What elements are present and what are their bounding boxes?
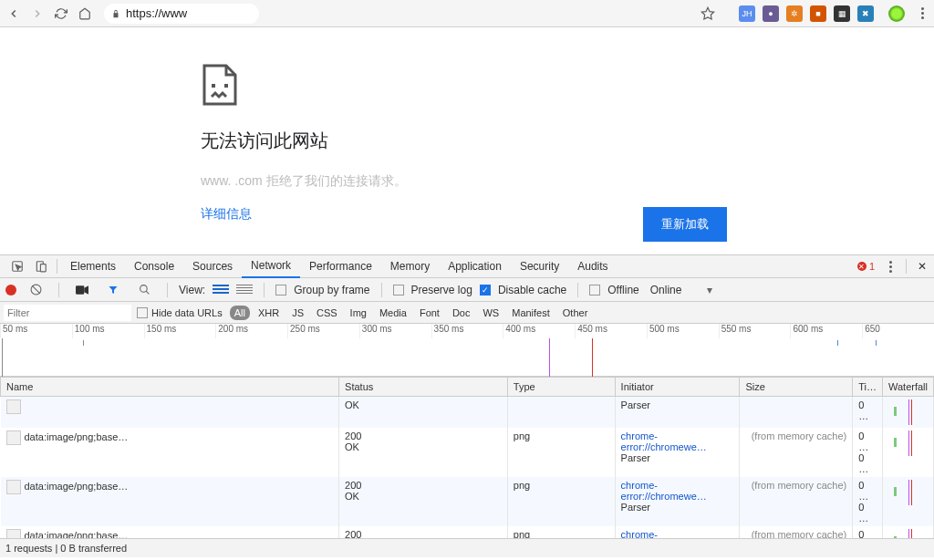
request-type: png	[507, 526, 615, 538]
filter-font[interactable]: Font	[415, 306, 444, 320]
tab-console[interactable]: Console	[125, 254, 183, 278]
profile-avatar[interactable]	[888, 5, 905, 22]
initiator-link[interactable]: chrome-error://chromewe…	[621, 480, 734, 502]
reload-page-button[interactable]: 重新加载	[643, 207, 727, 242]
filter-icon[interactable]	[106, 283, 120, 297]
request-type	[507, 397, 615, 429]
column-header[interactable]: Ti…	[853, 378, 883, 397]
chevron-down-icon[interactable]: ▾	[707, 284, 712, 296]
timeline-tick: 200 ms	[215, 324, 287, 338]
filter-manifest[interactable]: Manifest	[507, 306, 555, 320]
group-by-frame-label: Group by frame	[294, 284, 369, 296]
file-icon	[6, 529, 21, 538]
small-rows-icon[interactable]	[236, 285, 253, 296]
group-by-frame-checkbox[interactable]	[275, 285, 286, 296]
hide-data-urls-checkbox[interactable]	[137, 307, 148, 318]
tab-performance[interactable]: Performance	[300, 254, 381, 278]
filter-other[interactable]: Other	[558, 306, 593, 320]
status-code: 200	[345, 480, 502, 491]
timeline-mark	[549, 338, 550, 377]
tab-audits[interactable]: Audits	[568, 254, 617, 278]
timeline-overview[interactable]: 50 ms100 ms150 ms200 ms250 ms300 ms350 m…	[0, 324, 934, 377]
time-cell: 0 …0 …	[853, 526, 883, 538]
table-row[interactable]: data:image/png;base… 200OK png chrome-er…	[1, 477, 934, 526]
broken-page-icon	[201, 64, 241, 106]
time-cell: 0 …0 …	[853, 428, 883, 477]
extension-icon[interactable]: ✲	[786, 5, 803, 22]
timeline-tick: 250 ms	[287, 324, 359, 338]
clear-icon[interactable]	[28, 283, 43, 297]
preserve-log-checkbox[interactable]	[393, 285, 404, 296]
filter-doc[interactable]: Doc	[448, 306, 475, 320]
home-button[interactable]	[77, 5, 93, 22]
svg-rect-5	[40, 264, 46, 272]
waterfall-cell	[888, 399, 928, 425]
filter-img[interactable]: Img	[346, 306, 371, 320]
column-header[interactable]: Status	[339, 378, 508, 397]
filter-input[interactable]	[4, 305, 131, 321]
extension-icon[interactable]: JH	[739, 5, 755, 22]
url-text: https://www	[126, 6, 187, 20]
error-indicator[interactable]: ✕1	[857, 261, 875, 272]
column-header[interactable]: Initiator	[615, 378, 740, 397]
record-button[interactable]	[5, 285, 16, 296]
tab-security[interactable]: Security	[511, 254, 568, 278]
hide-data-urls-label: Hide data URLs	[151, 307, 223, 318]
disable-cache-checkbox[interactable]	[480, 285, 491, 296]
column-header[interactable]: Name	[1, 378, 339, 397]
tab-sources[interactable]: Sources	[183, 254, 242, 278]
disable-cache-label: Disable cache	[498, 284, 566, 296]
filter-js[interactable]: JS	[287, 306, 308, 320]
table-row[interactable]: OK Parser 0 …	[1, 397, 934, 429]
devtools-menu[interactable]	[884, 258, 897, 275]
extension-icon[interactable]: ✖	[857, 5, 874, 22]
tab-memory[interactable]: Memory	[381, 254, 439, 278]
camera-icon[interactable]	[75, 283, 89, 297]
initiator-link[interactable]: chrome-error://chromewe…	[621, 430, 734, 452]
extension-icon[interactable]: ▦	[834, 5, 850, 22]
timeline-mark	[83, 340, 84, 346]
inspect-icon[interactable]	[10, 259, 25, 274]
filter-media[interactable]: Media	[375, 306, 411, 320]
svg-rect-7	[76, 285, 84, 294]
initiator-link[interactable]: chrome-error://chromewe…	[621, 529, 734, 538]
tab-network[interactable]: Network	[242, 254, 300, 278]
menu-button[interactable]	[916, 5, 929, 22]
size-cell	[740, 397, 853, 429]
details-link[interactable]: 详细信息	[201, 206, 934, 223]
table-row[interactable]: data:image/png;base… 200OK png chrome-er…	[1, 428, 934, 477]
back-button[interactable]	[5, 5, 22, 22]
device-icon[interactable]	[34, 259, 48, 274]
extension-icon[interactable]: ■	[810, 5, 826, 22]
column-header[interactable]: Waterfall	[883, 378, 934, 397]
filter-all[interactable]: All	[230, 306, 250, 320]
browser-toolbar: https://www JH●✲■▦✖	[0, 0, 934, 27]
request-type: png	[507, 477, 615, 526]
extension-icon[interactable]: ●	[763, 5, 779, 22]
column-header[interactable]: Type	[507, 378, 615, 397]
tab-application[interactable]: Application	[439, 254, 511, 278]
file-icon	[6, 430, 21, 445]
timeline-mark	[592, 338, 593, 377]
filter-css[interactable]: CSS	[312, 306, 342, 320]
network-table-container: NameStatusTypeInitiatorSizeTi…Waterfall …	[0, 377, 934, 538]
reload-button[interactable]	[53, 5, 69, 22]
offline-checkbox[interactable]	[589, 285, 600, 296]
file-icon	[6, 399, 21, 414]
filter-ws[interactable]: WS	[478, 306, 503, 320]
forward-button[interactable]	[29, 5, 46, 22]
close-icon[interactable]: ✕	[915, 259, 929, 274]
throttle-select[interactable]: Online	[650, 284, 682, 296]
tab-elements[interactable]: Elements	[61, 254, 125, 278]
address-bar[interactable]: https://www	[104, 4, 259, 24]
svg-rect-1	[212, 84, 215, 88]
table-row[interactable]: data:image/png;base… 200OK png chrome-er…	[1, 526, 934, 538]
column-header[interactable]: Size	[740, 378, 853, 397]
size-cell: (from memory cache)	[740, 526, 853, 538]
large-rows-icon[interactable]	[213, 285, 229, 296]
bookmark-button[interactable]	[695, 1, 721, 26]
filter-xhr[interactable]: XHR	[254, 306, 284, 320]
status-bar: 1 requests | 0 B transferred	[0, 538, 934, 557]
request-name: data:image/png;base…	[25, 481, 129, 492]
search-icon[interactable]	[137, 283, 151, 297]
